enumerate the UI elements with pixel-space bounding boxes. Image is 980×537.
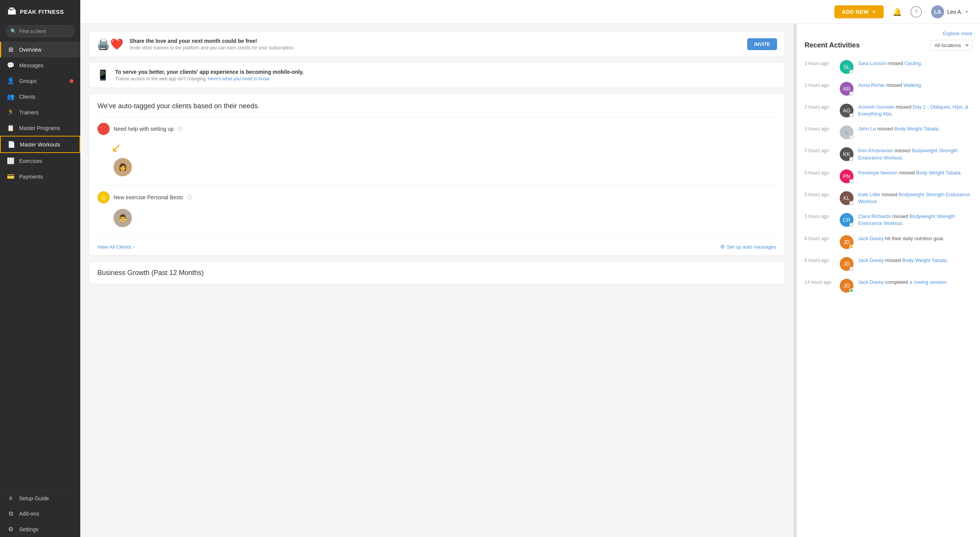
setup-auto-messages-link[interactable]: ⚙ Set up auto messages bbox=[720, 244, 776, 250]
search-input[interactable] bbox=[19, 28, 70, 34]
person-name-link[interactable]: Kate Little bbox=[858, 192, 880, 197]
banner-mobile: 📱 To serve you better, your clients' app… bbox=[89, 62, 785, 88]
activity-item-2: 2 hours ago AG Aneesh Gurveer missed Day… bbox=[805, 100, 972, 122]
sidebar-item-setup-guide[interactable]: ≡ Setup Guide bbox=[0, 491, 80, 506]
bests-badge: ⭐ bbox=[97, 191, 110, 203]
activity-avatar-wrap: JD bbox=[840, 279, 853, 293]
sidebar-item-label: Exercises bbox=[19, 158, 42, 164]
logo-icon: 🏔 bbox=[8, 7, 16, 17]
growth-card: Business Growth (Past 12 Months) bbox=[89, 262, 785, 284]
explore-more-link[interactable]: Explore more bbox=[943, 31, 972, 36]
activity-item-6: 5 hours ago KL Kate Little missed Bodywe… bbox=[805, 187, 972, 209]
sidebar-item-label: Trainers bbox=[19, 109, 39, 116]
activity-time: 14 hours ago bbox=[805, 279, 835, 285]
activity-item-link[interactable]: Cycling bbox=[904, 60, 921, 66]
activity-time: 2 hours ago bbox=[805, 82, 835, 88]
client-avatar-2[interactable]: 👨 bbox=[114, 209, 132, 227]
groups-icon: 👤 bbox=[7, 77, 15, 85]
messages-icon: 💬 bbox=[7, 62, 15, 69]
activity-item-link[interactable]: Walking bbox=[904, 82, 921, 88]
person-name-link[interactable]: Anna Richie bbox=[858, 82, 885, 88]
exercises-icon: ⬜ bbox=[7, 157, 15, 164]
status-dot bbox=[849, 70, 853, 74]
person-name-link[interactable]: John La bbox=[858, 126, 876, 132]
activities-title: Recent Activities bbox=[805, 41, 860, 49]
sidebar-item-messages[interactable]: 💬 Messages bbox=[0, 57, 80, 73]
sidebar-item-settings[interactable]: ⚙ Settings bbox=[0, 521, 80, 537]
person-name-link[interactable]: Ken Khosravian bbox=[858, 148, 893, 153]
trainers-icon: 🏃 bbox=[7, 109, 15, 116]
search-icon: 🔍 bbox=[10, 28, 16, 34]
find-client-search[interactable]: 🔍 bbox=[5, 25, 75, 37]
master-programs-icon: 📋 bbox=[7, 124, 15, 132]
sidebar-item-label: Master Workouts bbox=[20, 142, 60, 148]
activity-item-5: 5 hours ago PN Penelope Neeson missed Bo… bbox=[805, 166, 972, 187]
master-workouts-icon: 📄 bbox=[8, 141, 15, 148]
banner2-link[interactable]: Here's what you need to know. bbox=[208, 76, 270, 81]
status-dot bbox=[849, 135, 853, 139]
person-name-link[interactable]: Aneesh Gurveer bbox=[858, 104, 894, 110]
person-name-link[interactable]: Jack Davey bbox=[858, 279, 884, 285]
sidebar-item-label: Master Programs bbox=[19, 125, 60, 131]
sidebar-item-groups[interactable]: 👤 Groups bbox=[0, 73, 80, 89]
chevron-right-icon: › bbox=[133, 244, 135, 250]
user-name: Leo A. bbox=[947, 9, 962, 15]
activity-avatar-wrap: KK bbox=[840, 147, 853, 161]
activity-text: Anna Richie missed Walking. bbox=[858, 82, 972, 89]
activity-avatar-wrap: AR bbox=[840, 82, 853, 96]
groups-badge bbox=[70, 79, 73, 83]
activity-item-9: 6 hours ago JD Jack Davey missed Body We… bbox=[805, 253, 972, 275]
banner1-title: Share the love and your next month could… bbox=[130, 38, 295, 44]
client-avatar-1[interactable]: 👩 bbox=[114, 158, 132, 176]
status-dot bbox=[849, 201, 853, 205]
sidebar-item-overview[interactable]: ⊞ Overview bbox=[0, 42, 80, 57]
bests-help-icon: ⓘ bbox=[187, 194, 192, 201]
add-new-button[interactable]: ADD NEW ▼ bbox=[834, 5, 884, 18]
help-icon: ? bbox=[915, 9, 918, 15]
notifications-button[interactable]: 🔔 bbox=[890, 5, 904, 19]
autotag-card: We've auto-tagged your clients based on … bbox=[89, 93, 785, 255]
activity-time: 2 hours ago bbox=[805, 104, 835, 110]
person-name-link[interactable]: Jack Davey bbox=[858, 236, 884, 241]
activity-time: 6 hours ago bbox=[805, 235, 835, 241]
activity-item-link[interactable]: Body Weight Tabata bbox=[916, 170, 961, 176]
autotag-footer: View All Clients › ⚙ Set up auto message… bbox=[97, 238, 776, 255]
activity-item-link[interactable]: Body Weight Tabata bbox=[894, 126, 939, 132]
invite-button[interactable]: INVITE bbox=[747, 38, 777, 50]
arrow-indicator: ↙ bbox=[97, 140, 776, 155]
activity-text: Kate Little missed Bodyweight Strength E… bbox=[858, 191, 972, 205]
activity-text: Aneesh Gurveer missed Day 2 - Obliques, … bbox=[858, 104, 972, 117]
bell-icon: 🔔 bbox=[892, 7, 902, 16]
person-name-link[interactable]: Penelope Neeson bbox=[858, 170, 897, 176]
activity-item-3: 3 hours ago JL John La missed Body Weigh… bbox=[805, 122, 972, 143]
activity-text: Jack Davey missed Body Weight Tabata. bbox=[858, 257, 972, 264]
activity-time: 2 hours ago bbox=[805, 60, 835, 66]
sidebar-item-label: Settings bbox=[19, 526, 39, 532]
sidebar-item-clients[interactable]: 👥 Clients bbox=[0, 89, 80, 104]
user-menu[interactable]: LA Leo A. ▾ bbox=[928, 4, 971, 20]
sidebar-item-master-programs[interactable]: 📋 Master Programs bbox=[0, 120, 80, 136]
help-button[interactable]: ? bbox=[910, 6, 922, 18]
activity-item-link[interactable]: Body Weight Tabata bbox=[902, 257, 947, 263]
app-logo: 🏔 PEAK FITNESS bbox=[0, 0, 80, 22]
sidebar-item-trainers[interactable]: 🏃 Trainers bbox=[0, 104, 80, 120]
sidebar-item-master-workouts[interactable]: 📄 Master Workouts bbox=[0, 136, 80, 153]
banner-share-love: 🖨️❤️ Share the love and your next month … bbox=[89, 31, 785, 57]
app-name: PEAK FITNESS bbox=[20, 8, 64, 15]
view-all-clients-link[interactable]: View All Clients › bbox=[97, 244, 135, 250]
person-name-link[interactable]: Sara Losson bbox=[858, 60, 886, 66]
sidebar-item-payments[interactable]: 💳 Payments bbox=[0, 169, 80, 184]
sidebar-item-label: Add-ons bbox=[19, 511, 39, 517]
sidebar-item-label: Clients bbox=[19, 94, 36, 100]
banner2-description: Trainer access to the web app isn't chan… bbox=[115, 76, 304, 81]
person-name-link[interactable]: Clara Richards bbox=[858, 213, 891, 219]
avatar-initials: LA bbox=[934, 9, 941, 15]
activity-item-link[interactable]: a rowing session bbox=[909, 279, 946, 285]
sidebar-item-label: Overview bbox=[19, 47, 41, 53]
person-name-link[interactable]: Jack Davey bbox=[858, 257, 884, 263]
sidebar-item-exercises[interactable]: ⬜ Exercises bbox=[0, 153, 80, 169]
activity-item-4: 5 hours ago KK Ken Khosravian missed Bod… bbox=[805, 143, 972, 165]
sidebar-item-add-ons[interactable]: ⧉ Add-ons bbox=[0, 506, 80, 521]
location-select[interactable]: All locations Location 1 Location 2 bbox=[930, 40, 972, 51]
mobile-icon: 📱 bbox=[97, 69, 109, 81]
